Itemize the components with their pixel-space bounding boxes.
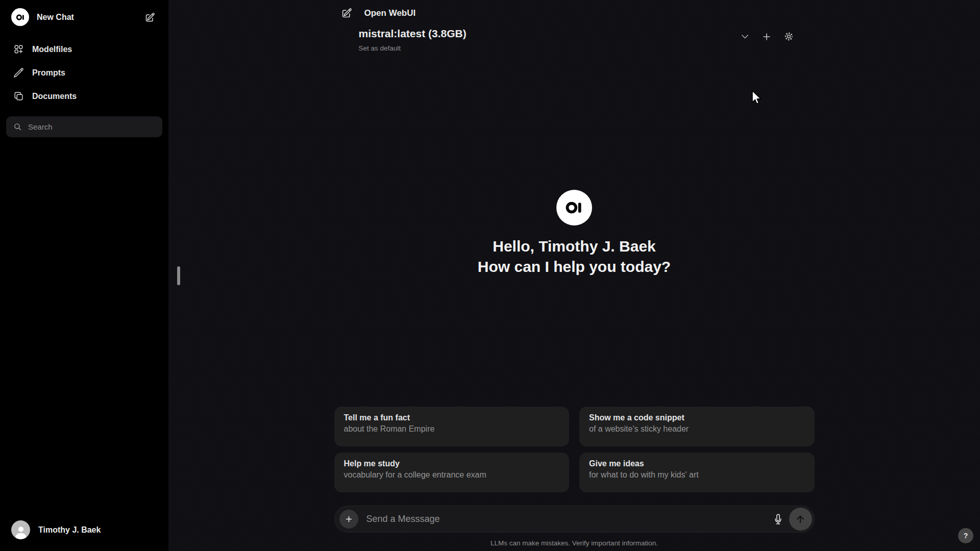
question-mark-icon: ? (964, 532, 968, 540)
chevron-down-icon (740, 32, 750, 41)
gear-icon (783, 31, 794, 42)
pencil-icon (13, 67, 24, 78)
settings-button[interactable] (782, 30, 795, 43)
suggestion-card[interactable]: Tell me a fun fact about the Roman Empir… (334, 407, 570, 446)
search-icon (13, 122, 22, 131)
sidebar-resize-handle[interactable] (177, 266, 180, 285)
model-name[interactable]: mistral:latest (3.8GB) (359, 28, 467, 40)
plus-icon (762, 32, 772, 42)
sidebar: New Chat Modelfiles Prompts (0, 0, 168, 551)
suggestion-subtitle: for what to do with my kids' art (589, 470, 805, 480)
openwebui-logo-icon (11, 8, 29, 26)
help-button[interactable]: ? (958, 528, 973, 543)
new-chat-nav-button[interactable] (340, 7, 353, 19)
main-area: Open WebUI mistral:latest (3.8GB) Set as… (168, 0, 980, 551)
model-selector: mistral:latest (3.8GB) Set as default (359, 28, 467, 52)
document-duplicate-icon (13, 91, 24, 102)
disclaimer-text: LLMs can make mistakes. Verify important… (334, 539, 815, 547)
edit-new-chat-button[interactable] (144, 11, 156, 23)
suggestions-grid: Tell me a fun fact about the Roman Empir… (334, 407, 815, 492)
sidebar-item-documents[interactable]: Documents (6, 86, 162, 106)
microphone-icon (773, 514, 783, 524)
suggestion-card[interactable]: Show me a code snippet of a website's st… (579, 407, 815, 446)
openwebui-logo-icon (556, 190, 592, 226)
new-chat-label: New Chat (37, 13, 136, 22)
user-menu-button[interactable]: Timothy J. Baek (6, 516, 162, 544)
bottom-stack: Tell me a fun fact about the Roman Empir… (334, 407, 815, 551)
sidebar-item-label: Documents (32, 92, 77, 101)
plus-icon (345, 515, 353, 523)
sidebar-item-prompts[interactable]: Prompts (6, 63, 162, 83)
add-model-button[interactable] (761, 31, 773, 43)
new-chat-button[interactable]: New Chat (6, 7, 162, 27)
pencil-square-icon (145, 12, 155, 22)
voice-input-button[interactable] (772, 513, 785, 525)
suggestion-subtitle: vocabulary for a college entrance exam (344, 470, 560, 480)
page-title: Open WebUI (364, 8, 416, 18)
attach-button[interactable] (339, 510, 358, 529)
model-dropdown-button[interactable] (739, 31, 751, 42)
send-button[interactable] (789, 508, 812, 531)
suggestion-title: Help me study (344, 459, 560, 468)
squares-plus-icon (13, 44, 24, 55)
message-input[interactable] (366, 514, 772, 524)
suggestion-card[interactable]: Help me study vocabulary for a college e… (334, 453, 570, 492)
sidebar-menu: Modelfiles Prompts Documents (6, 39, 162, 106)
sidebar-spacer (6, 137, 162, 516)
sidebar-item-modelfiles[interactable]: Modelfiles (6, 39, 162, 59)
set-as-default-link[interactable]: Set as default (359, 44, 467, 52)
pencil-square-icon (341, 8, 352, 18)
suggestion-subtitle: of a website's sticky header (589, 424, 805, 434)
greeting-line-1: Hello, Timothy J. Baek (493, 236, 656, 257)
user-name: Timothy J. Baek (38, 525, 101, 535)
avatar (11, 520, 30, 539)
search-input[interactable] (28, 122, 155, 131)
model-selector-row: mistral:latest (3.8GB) Set as default (334, 28, 815, 52)
sidebar-search (6, 116, 162, 137)
sidebar-item-label: Modelfiles (32, 45, 72, 54)
model-actions (739, 30, 795, 43)
greeting-line-2: How can I help you today? (478, 257, 671, 277)
arrow-up-icon (795, 514, 805, 524)
suggestion-card[interactable]: Give me ideas for what to do with my kid… (579, 453, 815, 492)
content-column: Open WebUI mistral:latest (3.8GB) Set as… (334, 0, 815, 551)
welcome-block: Hello, Timothy J. Baek How can I help yo… (345, 190, 804, 277)
suggestion-title: Show me a code snippet (589, 413, 805, 422)
sidebar-item-label: Prompts (32, 68, 65, 78)
top-navbar: Open WebUI (334, 0, 815, 19)
suggestion-title: Tell me a fun fact (344, 413, 560, 422)
suggestion-subtitle: about the Roman Empire (344, 424, 560, 434)
suggestion-title: Give me ideas (589, 459, 805, 468)
message-composer (334, 506, 815, 533)
